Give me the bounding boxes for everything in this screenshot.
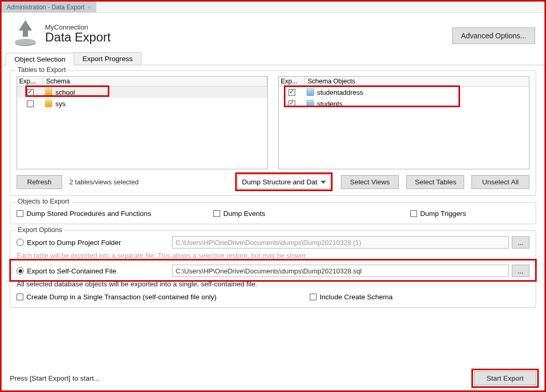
page-header: MyConnection Data Export Advanced Option… <box>2 13 544 52</box>
table-icon <box>307 89 314 96</box>
col-exp[interactable]: Exp... <box>17 77 43 86</box>
start-hint: Press [Start Export] to start... <box>10 374 99 382</box>
export-folder-radio[interactable]: Export to Dump Project Folder <box>17 239 172 246</box>
tab-export-progress[interactable]: Export Progress <box>74 52 141 65</box>
dump-events-checkbox[interactable]: Dump Events <box>213 210 265 217</box>
schema-row-sys[interactable]: sys <box>17 98 267 109</box>
include-create-schema-checkbox[interactable]: Include Create Schema <box>310 293 393 301</box>
window-tab[interactable]: Administration - Data Export × <box>2 2 96 12</box>
object-checkbox[interactable] <box>289 89 295 96</box>
section-tabs: Object Selection Export Progress <box>2 52 544 65</box>
dump-triggers-checkbox[interactable]: Dump Triggers <box>410 210 466 217</box>
close-icon[interactable]: × <box>88 4 91 10</box>
export-icon <box>11 19 40 48</box>
group-label: Export Options <box>16 226 64 234</box>
advanced-options-button[interactable]: Advanced Options... <box>452 27 535 44</box>
schema-checkbox[interactable] <box>27 100 34 107</box>
select-views-button[interactable]: Select Views <box>341 175 399 189</box>
schema-row-school[interactable]: school <box>17 86 267 98</box>
col-exp[interactable]: Exp... <box>279 77 305 86</box>
select-tables-button[interactable]: Select Tables <box>406 175 464 189</box>
schema-checkbox[interactable] <box>27 89 34 96</box>
browse-folder-button[interactable]: ... <box>512 236 529 249</box>
schema-objects-list[interactable]: Exp... Schema Objects studentaddress stu… <box>278 76 529 169</box>
window-tab-label: Administration - Data Export <box>7 4 84 11</box>
refresh-button[interactable]: Refresh <box>17 175 62 189</box>
page-title: Data Export <box>45 30 111 45</box>
selection-status: 2 tables/views selected <box>69 178 139 186</box>
file-path-field[interactable]: C:\Users\HP\OneDrive\Documents\dumps\Dum… <box>172 265 509 277</box>
tables-to-export-group: Tables to Export Exp... Schema school sy… <box>10 70 536 196</box>
folder-path-field: C:\Users\HP\OneDrive\Documents\dumps\Dum… <box>172 236 509 249</box>
footer-bar: Press [Start Export] to start... Start E… <box>10 371 536 385</box>
single-transaction-checkbox[interactable]: Create Dump in a Single Transaction (sel… <box>17 293 217 301</box>
object-row[interactable]: students <box>279 98 529 109</box>
group-label: Tables to Export <box>16 66 68 74</box>
object-checkbox[interactable] <box>289 100 295 107</box>
start-export-button[interactable]: Start Export <box>474 371 536 385</box>
browse-file-button[interactable]: ... <box>512 265 529 277</box>
dump-mode-dropdown[interactable]: Dump Structure and Dat <box>237 175 331 189</box>
group-label: Objects to Export <box>16 197 71 205</box>
tab-object-selection[interactable]: Object Selection <box>6 53 74 65</box>
col-schema[interactable]: Schema <box>43 77 205 86</box>
objects-to-export-group: Objects to Export Dump Stored Procedures… <box>10 202 536 224</box>
database-icon <box>45 89 52 96</box>
database-icon <box>45 100 52 107</box>
object-row[interactable]: studentaddress <box>279 86 529 98</box>
file-note: All selected database objects will be ex… <box>17 280 529 288</box>
dump-procedures-checkbox[interactable]: Dump Stored Procedures and Functions <box>17 210 151 217</box>
export-options-group: Export Options Export to Dump Project Fo… <box>10 230 536 308</box>
col-schema-objects[interactable]: Schema Objects <box>305 77 529 86</box>
window-tab-bar: Administration - Data Export × <box>2 2 544 13</box>
folder-note: Each table will be exported into a separ… <box>17 252 529 259</box>
schema-list[interactable]: Exp... Schema school sys <box>17 76 268 169</box>
export-file-radio[interactable]: Export to Self-Contained File <box>17 267 172 275</box>
table-icon <box>307 100 314 107</box>
unselect-all-button[interactable]: Unselect All <box>471 175 529 189</box>
